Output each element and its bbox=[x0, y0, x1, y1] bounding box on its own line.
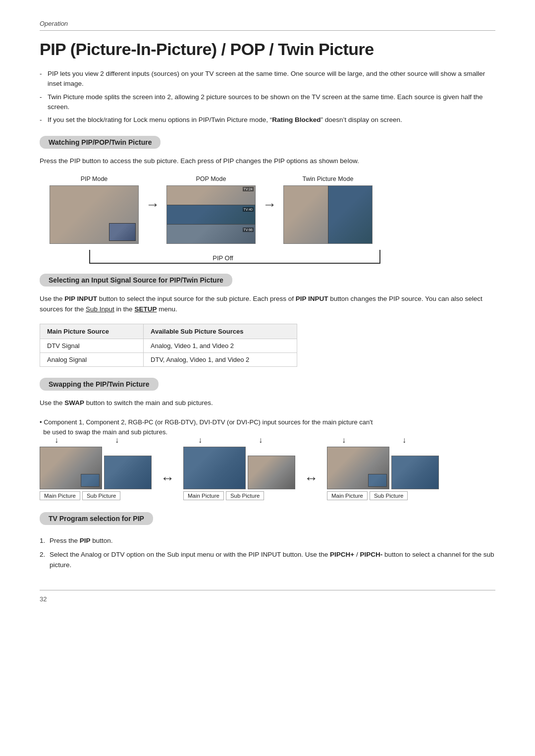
down-arrow-1: ↓ bbox=[54, 436, 58, 445]
swap-sub-img-3 bbox=[391, 456, 439, 489]
section3-bullet: • Component 1, Component 2, RGB-PC (or R… bbox=[40, 417, 495, 438]
pip-off-label: PIP Off bbox=[210, 254, 236, 262]
top-divider bbox=[40, 30, 495, 31]
swap-label-sub-1: Sub Picture bbox=[82, 491, 120, 500]
table-col1-header: Main Picture Source bbox=[40, 324, 144, 339]
pip-input-bold-2: PIP INPUT bbox=[296, 295, 328, 302]
pipch-minus-bold: PIPCH- bbox=[360, 551, 383, 558]
table-row2-main: Analog Signal bbox=[40, 353, 144, 367]
pop-mode-label: POP Mode bbox=[196, 175, 226, 182]
table-header-row: Main Picture Source Available Sub Pictur… bbox=[40, 324, 297, 339]
setup-bold: SETUP bbox=[134, 305, 157, 313]
section-label: Operation bbox=[40, 20, 495, 27]
swap-main-img-1 bbox=[40, 447, 102, 489]
swap-main-img-3 bbox=[327, 447, 389, 489]
section1-desc: Press the PIP button to access the sub p… bbox=[40, 156, 495, 167]
program-steps: 1. Press the PIP button. 2. Select the A… bbox=[40, 536, 495, 570]
pip-off-hline bbox=[89, 263, 380, 264]
bullet-3: If you set the block/rating for Lock men… bbox=[40, 115, 495, 125]
pipch-plus-bold: PIPCH+ bbox=[330, 551, 354, 558]
pip-diagram: PIP Mode → POP Mode TV:24 TV:40 TV:66 bbox=[40, 175, 495, 264]
swap-bold: SWAP bbox=[64, 399, 84, 407]
bullet-2: Twin Picture mode splits the screen into… bbox=[40, 92, 495, 113]
table-col2-header: Available Sub Picture Sources bbox=[144, 324, 297, 339]
pop-mode-block: POP Mode TV:24 TV:40 TV:66 bbox=[166, 175, 256, 244]
table-row1-sub: Analog, Video 1, and Video 2 bbox=[144, 339, 297, 353]
down-arrow-4: ↓ bbox=[259, 436, 263, 445]
section3-desc: Use the SWAP button to switch the main a… bbox=[40, 398, 495, 408]
table-row1-main: DTV Signal bbox=[40, 339, 144, 353]
pip-mode-label: PIP Mode bbox=[81, 175, 108, 182]
step2-num: 2. bbox=[40, 550, 45, 560]
pop-section-1 bbox=[167, 186, 255, 205]
intro-bullets: PIP lets you view 2 different inputs (so… bbox=[40, 69, 495, 125]
pip-bold-step1: PIP bbox=[80, 537, 91, 544]
swap-main-img-2 bbox=[183, 447, 246, 489]
swap-pair-3: ↓ ↓ Main Picture Sub Picture bbox=[327, 447, 439, 500]
down-arrow-5: ↓ bbox=[342, 436, 346, 445]
step-1: 1. Press the PIP button. bbox=[40, 536, 495, 546]
swap-main-inset-1 bbox=[81, 474, 100, 487]
bottom-divider bbox=[40, 590, 495, 590]
pop-mode-image: TV:24 TV:40 TV:66 bbox=[166, 185, 256, 244]
bullet-1: PIP lets you view 2 different inputs (so… bbox=[40, 69, 495, 89]
section-watching: Watching PIP/POP/Twin Picture Press the … bbox=[40, 136, 495, 264]
twin-mode-label: Twin Picture Mode bbox=[303, 175, 354, 182]
section2-desc: Use the PIP INPUT button to select the i… bbox=[40, 293, 495, 315]
arrow-pop-to-twin: → bbox=[263, 197, 276, 213]
twin-mode-image bbox=[283, 185, 373, 244]
pop-section-2 bbox=[167, 205, 255, 225]
page-number: 32 bbox=[40, 595, 495, 603]
pop-tag-3: TV:66 bbox=[243, 228, 254, 232]
step-2: 2. Select the Analog or DTV option on th… bbox=[40, 550, 495, 570]
pip-off-left-bracket bbox=[89, 250, 90, 264]
swap-label-sub-2: Sub Picture bbox=[226, 491, 264, 500]
twin-mode-block: Twin Picture Mode bbox=[283, 175, 373, 244]
pip-mode-block: PIP Mode bbox=[50, 175, 139, 244]
down-arrow-3: ↓ bbox=[198, 436, 202, 445]
pip-off-right-bracket bbox=[379, 250, 380, 264]
setup-underline: SETUP bbox=[134, 305, 157, 313]
down-arrow-6: ↓ bbox=[402, 436, 406, 445]
section-swapping: Swapping the PIP/Twin Picture Use the SW… bbox=[40, 378, 495, 500]
down-arrow-2: ↓ bbox=[115, 436, 119, 445]
section3-label: Swapping the PIP/Twin Picture bbox=[40, 378, 159, 391]
pip-inset-image bbox=[109, 223, 136, 241]
swap-arrow-icon-2: ↔ bbox=[304, 470, 318, 486]
twin-right bbox=[328, 186, 373, 243]
section-selecting: Selecting an Input Signal Source for PIP… bbox=[40, 274, 495, 367]
section2-label: Selecting an Input Signal Source for PIP… bbox=[40, 274, 232, 287]
pip-source-table: Main Picture Source Available Sub Pictur… bbox=[40, 324, 297, 367]
twin-left bbox=[284, 186, 328, 243]
swap-label-main-3: Main Picture bbox=[327, 491, 368, 500]
pop-tag-2: TV:40 bbox=[243, 207, 254, 212]
pop-section-3 bbox=[167, 225, 255, 243]
table-row: Analog Signal DTV, Analog, Video 1, and … bbox=[40, 353, 297, 367]
pip-input-bold-1: PIP INPUT bbox=[64, 295, 97, 302]
section-program: TV Program selection for PIP 1. Press th… bbox=[40, 512, 495, 570]
arrow-pip-to-pop: → bbox=[146, 197, 160, 213]
swap-pair-1: ↓ ↓ Main Picture Sub Picture bbox=[40, 447, 152, 500]
pop-tag-1: TV:24 bbox=[243, 187, 254, 191]
table-row2-sub: DTV, Analog, Video 1, and Video 2 bbox=[144, 353, 297, 367]
swap-main-inset-3 bbox=[368, 474, 387, 487]
swap-label-main-2: Main Picture bbox=[183, 491, 224, 500]
swap-arrow-icon: ↔ bbox=[160, 470, 174, 486]
step1-num: 1. bbox=[40, 536, 45, 546]
swap-pair-2: ↓ ↓ Main Picture Sub Picture bbox=[183, 447, 295, 500]
section1-label: Watching PIP/POP/Twin Picture bbox=[40, 136, 160, 149]
page-title: PIP (Picture-In-Picture) / POP / Twin Pi… bbox=[40, 40, 495, 59]
swap-sub-img-2 bbox=[248, 456, 295, 489]
sub-input-underline: Sub Input bbox=[86, 305, 114, 313]
swap-sub-img-1 bbox=[104, 456, 152, 489]
pip-mode-image bbox=[50, 185, 139, 244]
swap-label-main-1: Main Picture bbox=[40, 491, 80, 500]
swap-label-sub-3: Sub Picture bbox=[370, 491, 408, 500]
pip-off-line: PIP Off bbox=[50, 246, 396, 264]
table-row: DTV Signal Analog, Video 1, and Video 2 bbox=[40, 339, 297, 353]
section4-label: TV Program selection for PIP bbox=[40, 512, 153, 525]
